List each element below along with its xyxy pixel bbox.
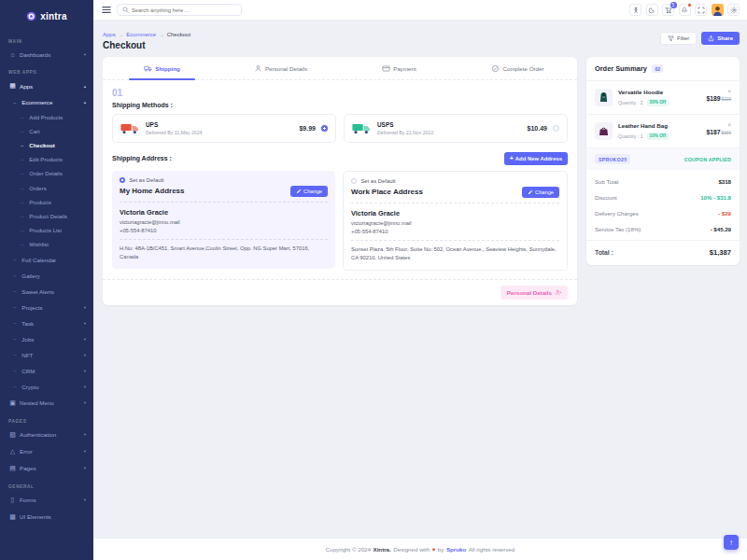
footer-author[interactable]: Spruko: [446, 546, 466, 553]
sidebar-item-orders[interactable]: Orders: [7, 181, 87, 195]
sidebar-item-add-products[interactable]: Add Products: [7, 110, 87, 124]
address-card-work[interactable]: Set as Default Work Place Address Change: [343, 171, 568, 271]
item-old-price: $229: [722, 97, 731, 102]
chevron-down-icon: ▾: [84, 385, 86, 389]
plus-icon: +: [510, 157, 514, 161]
tab-personal-details[interactable]: Personal Details: [221, 57, 340, 79]
page-header-left: Apps → Ecommerce → Checkout Checkout: [103, 32, 190, 50]
sidebar-item-pages[interactable]: ▤Pages▾: [7, 460, 87, 477]
breadcrumb-current: Checkout: [167, 32, 190, 37]
remove-item-icon[interactable]: ×: [727, 89, 731, 93]
shipping-method-usps[interactable]: USPS Delivered By 22,Nov 2022 $10.49: [344, 114, 568, 143]
sidebar-item-checkout[interactable]: Checkout: [7, 138, 87, 152]
order-summary-title: Order Summary: [595, 64, 647, 73]
tab-complete-order[interactable]: Complete Order: [458, 57, 577, 79]
footer-brand[interactable]: Xintra.: [374, 546, 391, 553]
item-price: $187$199: [706, 129, 731, 135]
order-count-badge: 02: [652, 64, 664, 73]
layers-icon: ▣: [8, 399, 17, 407]
hamburger-menu-icon[interactable]: [102, 6, 111, 14]
item-name: Versatile Hoodie: [618, 89, 669, 95]
method-radio-selected[interactable]: [321, 125, 328, 132]
add-new-address-button[interactable]: + Add New Address: [504, 152, 568, 165]
change-address-button[interactable]: Change: [290, 186, 328, 197]
logo-icon: [26, 11, 36, 21]
next-step-label: Personal Details: [507, 289, 552, 296]
nav-section-web-apps: WEB APPS: [8, 70, 86, 75]
sidebar-item-wishlist[interactable]: Wishlist: [7, 238, 87, 252]
breadcrumb-ecommerce[interactable]: Ecommerce: [126, 32, 156, 37]
sidebar-item-error[interactable]: △Error▾: [7, 443, 87, 460]
totals-rows: Sub Total$318 Discount10% - $31.8 Delive…: [586, 170, 740, 240]
default-radio-selected[interactable]: [120, 177, 125, 183]
default-row: Set as Default: [351, 178, 559, 184]
sidebar-item-order-details[interactable]: Order Details: [7, 167, 87, 181]
coupon-code-chip[interactable]: SPRUKO25: [595, 154, 630, 164]
tab-payment[interactable]: Payment: [340, 57, 458, 79]
language-button[interactable]: [629, 4, 641, 16]
sidebar-item-ecommerce[interactable]: Ecommerce▴: [7, 94, 87, 110]
share-button[interactable]: Share: [701, 32, 740, 45]
settings-button[interactable]: [727, 4, 740, 16]
next-step-button[interactable]: Personal Details: [500, 286, 568, 300]
address-title: My Home Address: [120, 187, 185, 195]
item-name: Leather Hand Bag: [618, 122, 669, 129]
scroll-to-top-button[interactable]: ↑: [724, 535, 739, 550]
sidebar-item-ui-elements[interactable]: ▩UI Elements: [7, 509, 87, 525]
app-logo[interactable]: xintra: [0, 0, 93, 32]
set-default-label: Set as Default: [129, 177, 163, 183]
notifications-button[interactable]: [679, 4, 691, 16]
sidebar-item-nft[interactable]: NFT▾: [7, 347, 87, 363]
sidebar-item-nested-menu[interactable]: ▣Nested Menu▾: [7, 395, 87, 412]
tab-shipping[interactable]: Shipping: [103, 57, 221, 79]
topbar-icons: 5: [629, 4, 740, 16]
item-label: Products: [29, 200, 51, 205]
sidebar-item-apps[interactable]: ▦Apps▴: [7, 77, 87, 94]
item-label: Wishlist: [29, 242, 49, 247]
item-discount-badge: 10% Off: [647, 133, 669, 140]
search-input[interactable]: [132, 7, 236, 13]
user-avatar[interactable]: [712, 4, 724, 16]
sidebar-item-forms[interactable]: ▯Forms▾: [7, 492, 87, 509]
filter-button[interactable]: Filter: [660, 32, 697, 45]
item-label: Task: [21, 320, 34, 327]
breadcrumb-separator-icon: →: [119, 32, 124, 37]
copyright-text: Copyright © 2024: [326, 546, 371, 553]
dark-mode-button[interactable]: [646, 4, 658, 16]
step-number: 01: [112, 88, 568, 98]
method-name: USPS: [377, 121, 433, 128]
total-row: Total : $1,387: [586, 240, 740, 265]
sidebar-item-gallery[interactable]: Gallery: [7, 268, 87, 284]
sidebar-item-dashboards[interactable]: ⌂Dashboards▾: [7, 47, 87, 63]
sidebar-item-edit-products[interactable]: Edit Products: [7, 153, 87, 167]
sidebar-item-products-list[interactable]: Products List: [7, 224, 87, 238]
method-radio[interactable]: [553, 125, 559, 132]
sidebar-item-sweet-alerts[interactable]: Sweet Alerts: [7, 284, 87, 300]
remove-item-icon[interactable]: ×: [727, 122, 731, 127]
address-card-home[interactable]: Set as Default My Home Address Change: [112, 171, 335, 269]
person-arrow-icon: [555, 289, 561, 296]
sidebar-item-crypto[interactable]: Crypto▾: [7, 379, 87, 395]
sidebar-item-cart[interactable]: Cart: [7, 124, 87, 138]
shipping-method-ups[interactable]: UPS Delivered By 11,May 2024 $9.99: [112, 114, 336, 143]
cart-button[interactable]: 5: [662, 4, 674, 16]
breadcrumb-apps[interactable]: Apps: [103, 32, 116, 37]
default-radio[interactable]: [351, 178, 357, 184]
sidebar-item-products[interactable]: Products: [7, 195, 87, 209]
change-address-button[interactable]: Change: [522, 187, 559, 198]
sidebar-item-jobs[interactable]: Jobs▾: [7, 331, 87, 347]
checkout-card: Shipping Personal Details Payment C: [103, 57, 577, 305]
fullscreen-button[interactable]: [695, 4, 707, 16]
notification-dot: [687, 3, 692, 7]
sidebar-item-product-details[interactable]: Product Details: [7, 209, 87, 223]
chevron-up-icon: ▴: [84, 100, 86, 105]
sidebar-item-projects[interactable]: Projects▾: [7, 300, 87, 315]
tab-label: Complete Order: [502, 65, 543, 72]
cart-badge: 5: [670, 2, 677, 8]
sidebar-item-full-calendar[interactable]: Full Calendar: [7, 252, 87, 268]
sidebar-item-task[interactable]: Task▾: [7, 315, 87, 331]
sidebar-item-crm[interactable]: CRM▾: [7, 363, 87, 379]
add-address-label: Add New Address: [515, 156, 562, 161]
address-text: H.No: 48A-1B/C451, Smart Avenue,Coolin S…: [120, 239, 328, 261]
sidebar-item-authentication[interactable]: ▧Authentication▾: [7, 427, 87, 443]
